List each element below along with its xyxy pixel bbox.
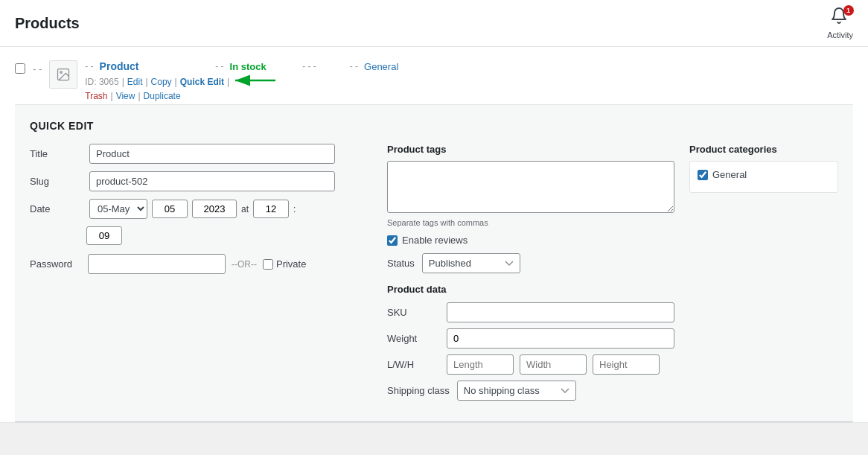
quick-edit-link[interactable]: Quick Edit (180, 77, 224, 87)
categories-list: General (689, 161, 838, 193)
status-row: Status Published Draft Pending Review Pr… (387, 253, 674, 273)
date-row: Date 05-May 01-Jan02-Feb03-Mar 04-Apr06-… (30, 199, 372, 219)
product-name-row: - - Product - - In stock - - - - - Gener… (85, 60, 853, 72)
lwh-inputs (447, 354, 660, 375)
shipping-label: Shipping class (387, 385, 450, 396)
activity-badge: 1 (843, 5, 854, 16)
quick-edit-arrow (232, 74, 277, 89)
category-general-checkbox[interactable] (698, 170, 708, 180)
activity-button[interactable]: 1 Activity (827, 7, 853, 39)
private-label[interactable]: Private (263, 258, 306, 270)
edit-link[interactable]: Edit (127, 77, 143, 87)
password-row: Password --OR-- Private (30, 254, 372, 274)
product-row: - - - - Product - - In stock - - - (15, 54, 853, 104)
sku-row: SKU (387, 302, 674, 322)
category-item: General (698, 169, 830, 180)
date-inputs: 05-May 01-Jan02-Feb03-Mar 04-Apr06-Jun07… (89, 199, 296, 219)
quick-edit-right: Product categories General (689, 144, 838, 407)
or-text: --OR-- (232, 259, 257, 270)
quick-edit-middle: Product tags Separate tags with commas E… (387, 144, 674, 407)
quick-edit-panel: QUICK EDIT Title Slug Date (15, 104, 853, 422)
shipping-class-select[interactable]: No shipping class (457, 381, 576, 401)
slug-input[interactable] (89, 171, 335, 191)
product-tags-input[interactable] (387, 161, 674, 213)
weight-input[interactable] (447, 328, 674, 349)
title-row: Title (30, 144, 372, 164)
product-secondary-actions: Trash | View | Duplicate (85, 91, 853, 101)
product-tags-label: Product tags (387, 144, 674, 155)
password-label: Password (30, 258, 82, 270)
date-month-select[interactable]: 05-May 01-Jan02-Feb03-Mar 04-Apr06-Jun07… (89, 199, 147, 219)
product-dash-before: - - (33, 63, 42, 74)
date-colon: : (293, 204, 296, 214)
product-name-link[interactable]: Product (100, 60, 139, 72)
password-input[interactable] (88, 254, 226, 274)
arrow-icon (232, 74, 277, 87)
view-link[interactable]: View (116, 91, 135, 101)
categories-label: Product categories (689, 144, 838, 155)
product-row-wrap: - - - - Product - - In stock - - - (0, 47, 868, 423)
product-id: ID: 3065 (85, 77, 118, 87)
sku-label: SKU (387, 307, 439, 318)
date-label: Date (30, 203, 82, 214)
stock-status: In stock (230, 61, 267, 72)
stock-dashes: - - (215, 61, 223, 71)
slug-label: Slug (30, 176, 82, 187)
lwh-row: L/W/H (387, 354, 674, 375)
quick-edit-left: Title Slug Date 05-May 01-Jan02-Feb03-Ma… (30, 144, 372, 407)
product-dashes: - - (85, 61, 93, 71)
private-text: Private (276, 258, 306, 270)
product-checkbox[interactable] (15, 63, 25, 74)
category-general-label: General (712, 169, 747, 180)
date-min-input[interactable] (86, 226, 122, 245)
product-data-title: Product data (387, 284, 674, 295)
height-input[interactable] (593, 354, 660, 375)
page-title: Products (15, 15, 80, 32)
date-row-2 (86, 226, 372, 245)
category-link[interactable]: General (364, 61, 398, 72)
tags-hint: Separate tags with commas (387, 218, 674, 227)
status-select[interactable]: Published Draft Pending Review Private (422, 253, 520, 273)
activity-label: Activity (827, 31, 853, 39)
activity-icon-wrap: 1 (830, 7, 851, 28)
slug-row: Slug (30, 171, 372, 191)
length-input[interactable] (447, 354, 514, 375)
meta-dashes: - - - (302, 61, 316, 71)
quick-edit-body: Title Slug Date 05-May 01-Jan02-Feb03-Ma… (30, 144, 838, 407)
copy-link[interactable]: Copy (151, 77, 172, 87)
enable-reviews-label: Enable reviews (402, 235, 467, 246)
weight-row: Weight (387, 328, 674, 349)
duplicate-link[interactable]: Duplicate (144, 91, 181, 101)
top-bar: Products 1 Activity (0, 0, 868, 47)
trash-link[interactable]: Trash (85, 91, 107, 101)
date-at-text: at (241, 204, 249, 214)
date-day-input[interactable] (152, 200, 188, 218)
date-year-input[interactable] (192, 200, 237, 218)
enable-reviews-row: Enable reviews (387, 235, 674, 246)
private-checkbox[interactable] (263, 259, 273, 270)
cat-dashes: - - (350, 61, 358, 71)
sku-input[interactable] (447, 302, 674, 322)
title-input[interactable] (89, 144, 335, 164)
lwh-label: L/W/H (387, 359, 439, 370)
status-label: Status (387, 258, 415, 269)
svg-point-1 (60, 71, 63, 74)
product-info: - - Product - - In stock - - - - - Gener… (85, 60, 853, 101)
product-actions: ID: 3065 | Edit | Copy | Quick Edit | (85, 74, 853, 89)
product-thumbnail (49, 60, 77, 89)
weight-label: Weight (387, 333, 439, 344)
enable-reviews-checkbox[interactable] (387, 235, 398, 246)
date-hour-input[interactable] (253, 200, 289, 218)
title-label: Title (30, 148, 82, 159)
width-input[interactable] (520, 354, 587, 375)
product-data-section: Product data SKU Weight L/W/H (387, 284, 674, 401)
quick-edit-header: QUICK EDIT (30, 120, 838, 132)
shipping-row: Shipping class No shipping class (387, 381, 674, 401)
